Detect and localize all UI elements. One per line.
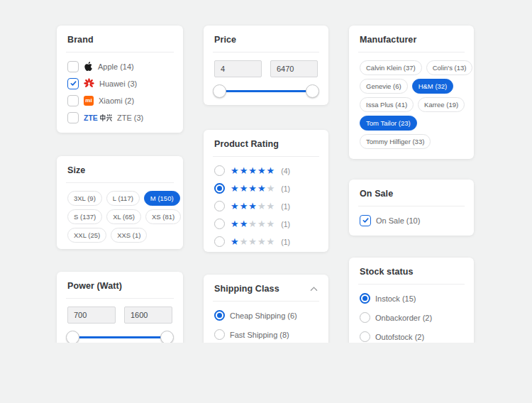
radio-selected[interactable] bbox=[360, 293, 370, 304]
brand-card-title: Brand bbox=[67, 35, 172, 45]
shipping-option-label: Fast Shipping (8) bbox=[230, 331, 289, 339]
price-card-title: Price bbox=[214, 35, 318, 45]
svg-text:ZTE: ZTE bbox=[84, 114, 98, 121]
shipping-option-fast[interactable]: Fast Shipping (8) bbox=[214, 329, 318, 341]
brand-option-zte[interactable]: ZTE ZTE (3) bbox=[67, 111, 172, 123]
checkbox[interactable] bbox=[67, 112, 79, 123]
filters-panel: Brand Apple (14) bbox=[0, 0, 532, 343]
size-pill-selected[interactable]: M (150) bbox=[144, 191, 180, 206]
product-rating-filter-card: Product Rating ★★★★★ (4) ★★★★★ (1) ★★★★★… bbox=[204, 130, 328, 252]
stock-option-instock[interactable]: Instock (15) bbox=[360, 292, 463, 304]
brand-option-label: Xiaomi (2) bbox=[99, 96, 134, 105]
on-sale-option[interactable]: On Sale (10) bbox=[360, 214, 463, 226]
size-pill[interactable]: S (137) bbox=[67, 209, 102, 224]
rating-count: (1) bbox=[281, 220, 290, 228]
apple-logo-icon bbox=[84, 61, 93, 72]
rating-option-5-stars[interactable]: ★★★★★ (4) bbox=[214, 165, 318, 177]
rating-count: (1) bbox=[281, 238, 290, 246]
brand-option-xiaomi[interactable]: mi Xiaomi (2) bbox=[67, 94, 172, 106]
divider bbox=[66, 52, 174, 53]
slider-track bbox=[220, 90, 312, 92]
size-pill[interactable]: XL (65) bbox=[106, 209, 141, 224]
rating-count: (1) bbox=[281, 202, 290, 211]
manufacturer-pill-selected[interactable]: H&M (32) bbox=[412, 79, 454, 94]
divider bbox=[358, 52, 465, 53]
radio[interactable] bbox=[214, 329, 225, 340]
size-pill[interactable]: L (117) bbox=[106, 191, 140, 206]
radio[interactable] bbox=[214, 201, 225, 211]
divider bbox=[66, 298, 174, 299]
power-filter-card: Power (Watt) bbox=[57, 272, 183, 343]
star-rating-icons: ★★★★★ bbox=[231, 202, 275, 211]
stock-option-label: Instock (15) bbox=[375, 294, 416, 303]
brand-option-apple[interactable]: Apple (14) bbox=[67, 60, 172, 72]
brand-option-huawei[interactable]: Huawei (3) bbox=[67, 77, 172, 89]
radio[interactable] bbox=[360, 312, 370, 323]
divider bbox=[66, 182, 174, 183]
radio[interactable] bbox=[214, 236, 225, 247]
checkbox[interactable] bbox=[67, 61, 79, 72]
shipping-option-label: Cheap Shipping (6) bbox=[230, 311, 297, 320]
chevron-up-icon[interactable] bbox=[310, 286, 318, 292]
power-slider-max-handle[interactable] bbox=[160, 331, 174, 343]
size-pill[interactable]: XXL (25) bbox=[67, 228, 106, 243]
manufacturer-pill-selected[interactable]: Tom Tailor (23) bbox=[360, 116, 417, 131]
brand-filter-card: Brand Apple (14) bbox=[57, 26, 183, 133]
manufacturer-pill[interactable]: Calvin Klein (37) bbox=[360, 60, 422, 75]
radio-selected[interactable] bbox=[214, 183, 225, 194]
power-max-input[interactable] bbox=[124, 307, 172, 324]
divider bbox=[358, 206, 465, 206]
radio[interactable] bbox=[360, 331, 370, 342]
brand-option-label: Apple (14) bbox=[98, 62, 134, 71]
stock-option-outofstock[interactable]: Outofstock (2) bbox=[360, 331, 463, 343]
stock-option-label: Outofstock (2) bbox=[375, 333, 424, 341]
power-slider-min-handle[interactable] bbox=[66, 331, 79, 343]
shipping-class-filter-card: Shipping Class Cheap Shipping (6) Fast S… bbox=[204, 275, 328, 343]
radio[interactable] bbox=[214, 165, 225, 176]
manufacturer-pill[interactable]: Tommy Hilfiger (33) bbox=[360, 134, 431, 149]
huawei-logo-icon bbox=[84, 78, 94, 89]
size-pill[interactable]: 3XL (9) bbox=[67, 191, 102, 206]
star-rating-icons: ★★★★★ bbox=[231, 237, 275, 246]
price-slider-min-handle[interactable] bbox=[213, 84, 226, 98]
price-max-input[interactable] bbox=[270, 60, 318, 77]
on-sale-filter-card: On Sale On Sale (10) bbox=[349, 180, 474, 236]
power-range-slider bbox=[67, 330, 172, 343]
power-min-input[interactable] bbox=[67, 307, 116, 324]
stock-option-label: Onbackorder (2) bbox=[375, 314, 432, 322]
rating-option-4-stars[interactable]: ★★★★★ (1) bbox=[214, 182, 318, 194]
manufacturer-pill[interactable]: Colin's (13) bbox=[426, 60, 473, 75]
checkbox[interactable] bbox=[67, 95, 79, 106]
shipping-card-title: Shipping Class bbox=[214, 284, 279, 294]
price-min-input[interactable] bbox=[214, 60, 262, 77]
divider bbox=[213, 301, 319, 302]
radio[interactable] bbox=[214, 219, 225, 229]
manufacturer-pill[interactable]: Issa Plus (41) bbox=[360, 97, 414, 112]
checkbox-checked[interactable] bbox=[67, 78, 79, 89]
on-sale-card-title: On Sale bbox=[360, 189, 463, 199]
stock-card-title: Stock status bbox=[360, 267, 463, 277]
manufacturer-card-title: Manufacturer bbox=[360, 35, 463, 45]
stock-option-onbackorder[interactable]: Onbackorder (2) bbox=[360, 311, 463, 324]
stock-status-filter-card: Stock status Instock (15) Onbackorder (2… bbox=[349, 258, 474, 343]
checkbox-checked[interactable] bbox=[360, 215, 371, 226]
rating-count: (1) bbox=[281, 184, 290, 193]
rating-option-3-stars[interactable]: ★★★★★ (1) bbox=[214, 200, 318, 212]
rating-count: (4) bbox=[281, 167, 290, 175]
size-pill[interactable]: XS (81) bbox=[145, 209, 181, 224]
shipping-option-cheap[interactable]: Cheap Shipping (6) bbox=[214, 309, 318, 321]
rating-option-1-star[interactable]: ★★★★★ (1) bbox=[214, 236, 318, 248]
power-card-title: Power (Watt) bbox=[67, 281, 172, 291]
star-rating-icons: ★★★★★ bbox=[231, 219, 275, 228]
zte-logo-icon: ZTE bbox=[84, 114, 112, 122]
manufacturer-pill[interactable]: Karree (19) bbox=[418, 97, 465, 112]
manufacturer-pill[interactable]: Genevie (6) bbox=[360, 79, 408, 94]
star-rating-icons: ★★★★★ bbox=[231, 166, 275, 175]
size-pill[interactable]: XXS (1) bbox=[111, 228, 147, 243]
price-slider-max-handle[interactable] bbox=[306, 84, 319, 98]
size-card-title: Size bbox=[67, 165, 172, 175]
rating-option-2-stars[interactable]: ★★★★★ (1) bbox=[214, 218, 318, 230]
divider bbox=[358, 284, 465, 285]
brand-option-label: ZTE (3) bbox=[117, 114, 143, 122]
radio-selected[interactable] bbox=[214, 310, 225, 321]
